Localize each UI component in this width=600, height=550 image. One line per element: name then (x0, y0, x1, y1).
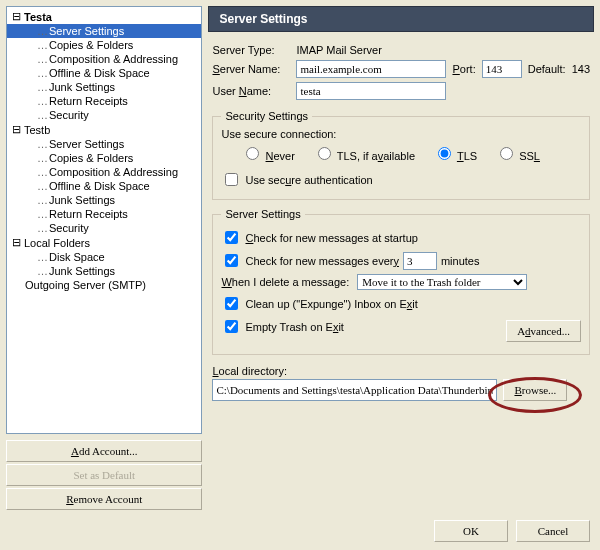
delete-label: When I delete a message: (221, 276, 349, 288)
tree-item-offline[interactable]: Offline & Disk Space (7, 179, 201, 193)
security-settings-group: Security Settings Use secure connection:… (212, 110, 590, 200)
collapse-icon[interactable]: ⊟ (11, 123, 22, 136)
server-type-label: Server Type: (212, 44, 290, 56)
advanced-button[interactable]: Advanced... (506, 320, 581, 342)
check-startup-label: Check for new messages at startup (245, 232, 417, 244)
server-name-input[interactable] (296, 60, 446, 78)
tree-item-junk[interactable]: Junk Settings (7, 80, 201, 94)
tree-item-server-settings[interactable]: Server Settings (7, 24, 201, 38)
tree-account-local[interactable]: ⊟Local Folders (7, 235, 201, 250)
browse-button[interactable]: Browse... (503, 379, 567, 401)
tree-item-offline[interactable]: Offline & Disk Space (7, 66, 201, 80)
empty-trash-label: Empty Trash on Exit (245, 321, 343, 333)
tree-item-server-settings[interactable]: Server Settings (7, 137, 201, 151)
username-input[interactable] (296, 82, 446, 100)
tree-item-return-receipts[interactable]: Return Receipts (7, 94, 201, 108)
server-type-value: IMAP Mail Server (296, 44, 381, 56)
tree-account-testa[interactable]: ⊟Testa (7, 9, 201, 24)
set-default-button: Set as Default (6, 464, 202, 486)
delete-action-select[interactable]: Move it to the Trash folder (357, 274, 527, 290)
tree-item-return-receipts[interactable]: Return Receipts (7, 207, 201, 221)
default-port-value: 143 (572, 63, 590, 75)
tree-item-copies-folders[interactable]: Copies & Folders (7, 151, 201, 165)
radio-ssl[interactable]: SSL (495, 144, 540, 162)
tree-item-composition[interactable]: Composition & Addressing (7, 165, 201, 179)
radio-tls-available[interactable]: TLS, if available (313, 144, 415, 162)
panel-title: Server Settings (208, 6, 594, 32)
port-label: Port: (452, 63, 475, 75)
tree-item-security[interactable]: Security (7, 221, 201, 235)
collapse-icon[interactable]: ⊟ (11, 236, 22, 249)
secure-connection-label: Use secure connection: (221, 128, 581, 140)
check-startup-checkbox[interactable] (225, 231, 238, 244)
check-every-input[interactable] (403, 252, 437, 270)
tree-item-security[interactable]: Security (7, 108, 201, 122)
empty-trash-checkbox[interactable] (225, 320, 238, 333)
settings-panel: Server Settings Server Type: IMAP Mail S… (208, 6, 594, 510)
cancel-button[interactable]: Cancel (516, 520, 590, 542)
tree-item-outgoing[interactable]: Outgoing Server (SMTP) (7, 278, 201, 292)
minutes-label: minutes (441, 255, 480, 267)
collapse-icon[interactable]: ⊟ (11, 10, 22, 23)
tree-item-junk[interactable]: Junk Settings (7, 193, 201, 207)
username-label: User Name: (212, 85, 290, 97)
secure-auth-checkbox[interactable] (225, 173, 238, 186)
check-every-label: Check for new messages every (245, 255, 398, 267)
port-input[interactable] (482, 60, 522, 78)
local-dir-input[interactable] (212, 379, 497, 401)
default-port-label: Default: (528, 63, 566, 75)
account-sidebar: ⊟Testa Server Settings Copies & Folders … (6, 6, 202, 510)
server-legend: Server Settings (221, 208, 304, 220)
tree-item-copies-folders[interactable]: Copies & Folders (7, 38, 201, 52)
server-name-label: Server Name: (212, 63, 290, 75)
security-legend: Security Settings (221, 110, 312, 122)
tree-item-disk-space[interactable]: Disk Space (7, 250, 201, 264)
expunge-checkbox[interactable] (225, 297, 238, 310)
ok-button[interactable]: OK (434, 520, 508, 542)
radio-tls[interactable]: TLS (433, 144, 477, 162)
check-every-checkbox[interactable] (225, 254, 238, 267)
expunge-label: Clean up ("Expunge") Inbox on Exit (245, 298, 417, 310)
tree-item-junk[interactable]: Junk Settings (7, 264, 201, 278)
tree-account-testb[interactable]: ⊟Testb (7, 122, 201, 137)
local-dir-label: Local directory: (212, 365, 590, 377)
secure-auth-label: Use secure authentication (245, 174, 372, 186)
add-account-button[interactable]: Add Account... (6, 440, 202, 462)
radio-never[interactable]: Never (241, 144, 294, 162)
account-tree[interactable]: ⊟Testa Server Settings Copies & Folders … (6, 6, 202, 434)
remove-account-button[interactable]: Remove Account (6, 488, 202, 510)
server-settings-group: Server Settings Check for new messages a… (212, 208, 590, 355)
tree-item-composition[interactable]: Composition & Addressing (7, 52, 201, 66)
